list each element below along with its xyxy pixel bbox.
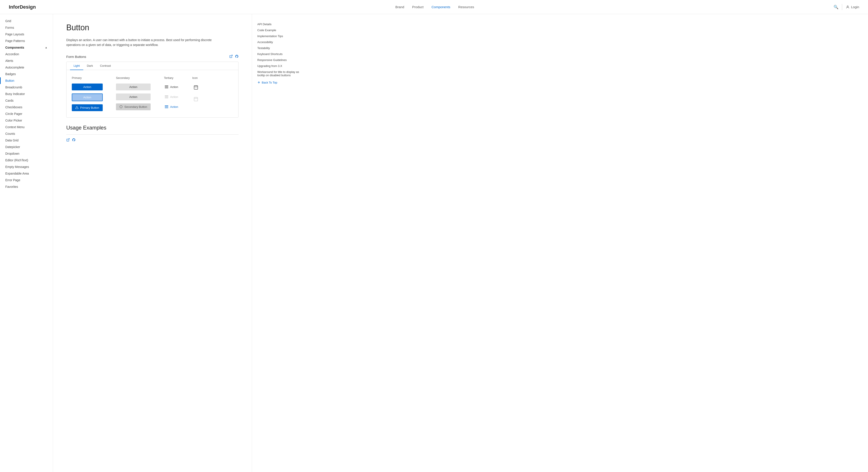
- sidebar-item-data-grid[interactable]: Data Grid: [0, 137, 53, 144]
- page-layout: Grid Forms Page Layouts Page Patterns Co…: [0, 14, 868, 472]
- page-description: Displays an action. A user can interact …: [66, 37, 216, 48]
- button-columns: Primary Action Action Primary Button: [72, 76, 233, 111]
- tertiary-label-text: Action: [170, 85, 178, 89]
- nav-brand[interactable]: Brand: [395, 5, 404, 9]
- info-icon: [120, 105, 123, 108]
- external-link-icon[interactable]: [229, 55, 233, 59]
- toc-implementation-tips[interactable]: Implementation Tips: [257, 33, 304, 39]
- sidebar-item-counts[interactable]: Counts: [0, 130, 53, 137]
- tertiary-active-label: Action: [170, 105, 178, 109]
- sidebar: Grid Forms Page Layouts Page Patterns Co…: [0, 14, 53, 472]
- secondary-action-button[interactable]: Action: [116, 84, 151, 90]
- sidebar-item-alerts[interactable]: Alerts: [0, 57, 53, 64]
- sidebar-item-circle-pager[interactable]: Circle Pager: [0, 111, 53, 117]
- toc-workaround[interactable]: Workaround for title to display as toolt…: [257, 69, 304, 78]
- tab-light[interactable]: Light: [70, 62, 83, 70]
- usage-title: Usage Examples: [66, 125, 239, 131]
- secondary-column: Secondary Action Action Secondary Button: [116, 76, 151, 110]
- primary-label: Primary: [72, 76, 103, 80]
- tertiary-disabled-button: Action: [164, 93, 179, 100]
- usage-external-link-icon[interactable]: [66, 138, 70, 143]
- login-label: Login: [851, 5, 859, 9]
- sidebar-item-color-picker[interactable]: Color Picker: [0, 117, 53, 124]
- tertiary-label: Tertiary: [164, 76, 179, 80]
- toc-keyboard-shortcuts[interactable]: Keyboard Shortcuts: [257, 51, 304, 57]
- toc-testability[interactable]: Testability: [257, 45, 304, 51]
- tertiary-active-button[interactable]: Action: [164, 104, 179, 110]
- sidebar-item-forms[interactable]: Forms: [0, 24, 53, 31]
- form-buttons-title: Form Buttons: [66, 55, 86, 59]
- page-title: Button: [66, 23, 239, 32]
- nav-product[interactable]: Product: [412, 5, 424, 9]
- secondary-label: Secondary: [116, 76, 151, 80]
- hamburger-icon-disabled: [165, 95, 168, 98]
- secondary-icon-button[interactable]: Secondary Button: [116, 104, 151, 110]
- sidebar-item-autocomplete[interactable]: Autocomplete: [0, 64, 53, 71]
- sidebar-item-expandable-area[interactable]: Expandable Area: [0, 170, 53, 177]
- sidebar-item-badges[interactable]: Badges: [0, 71, 53, 77]
- header: InforDesign Brand Product Components Res…: [0, 0, 868, 14]
- primary-icon-label: Primary Button: [80, 106, 99, 109]
- warning-icon: [75, 106, 79, 109]
- svg-rect-7: [194, 86, 198, 89]
- usage-action-icons: [66, 138, 75, 143]
- tertiary-disabled-label: Action: [170, 95, 178, 98]
- sidebar-item-datepicker[interactable]: Datepicker: [0, 144, 53, 150]
- tab-dark[interactable]: Dark: [83, 62, 96, 70]
- toc-accessibility[interactable]: Accessibility: [257, 39, 304, 45]
- sidebar-item-error-page[interactable]: Error Page: [0, 177, 53, 183]
- form-buttons-header: Form Buttons: [66, 55, 239, 59]
- secondary-action-button-2[interactable]: Action: [116, 93, 151, 100]
- sidebar-item-page-patterns[interactable]: Page Patterns: [0, 37, 53, 44]
- sidebar-item-empty-messages[interactable]: Empty Messages: [0, 164, 53, 170]
- arrow-up-icon: [257, 81, 260, 84]
- back-to-top[interactable]: Back To Top: [257, 81, 304, 84]
- tab-contrast[interactable]: Contrast: [96, 62, 115, 70]
- sidebar-item-checkboxes[interactable]: Checkboxes: [0, 104, 53, 111]
- svg-rect-11: [194, 97, 198, 101]
- sidebar-item-dropdown[interactable]: Dropdown: [0, 150, 53, 157]
- search-icon[interactable]: 🔍: [834, 5, 838, 9]
- toc-responsive-guidelines[interactable]: Responsive Guidelines: [257, 57, 304, 63]
- sidebar-section-label: Components: [5, 46, 24, 49]
- sidebar-item-grid[interactable]: Grid: [0, 18, 53, 24]
- icon-column: Icon: [192, 76, 200, 104]
- sidebar-item-button[interactable]: Button: [0, 77, 53, 84]
- form-buttons-box: Light Dark Contrast Primary Action Actio…: [66, 62, 239, 118]
- nav-resources[interactable]: Resources: [458, 5, 474, 9]
- tertiary-action-button[interactable]: Action: [164, 84, 179, 90]
- component-content: Primary Action Action Primary Button: [66, 70, 238, 117]
- sidebar-item-editor[interactable]: Editor (RichText): [0, 157, 53, 164]
- sidebar-item-busy-indicator[interactable]: Busy Indicator: [0, 91, 53, 97]
- toc-api-details[interactable]: API Details: [257, 21, 304, 27]
- sidebar-item-accordion[interactable]: Accordion: [0, 51, 53, 57]
- secondary-icon-label: Secondary Button: [124, 105, 147, 109]
- logo-bold: Design: [20, 4, 36, 10]
- logo[interactable]: InforDesign: [9, 4, 36, 10]
- sidebar-item-favorites[interactable]: Favorites: [0, 183, 53, 190]
- svg-line-15: [68, 139, 69, 140]
- sidebar-item-cards[interactable]: Cards: [0, 97, 53, 104]
- sidebar-item-breadcrumb[interactable]: Breadcrumb: [0, 84, 53, 91]
- usage-github-icon[interactable]: [72, 138, 75, 143]
- primary-busy-button[interactable]: Action: [72, 93, 103, 101]
- primary-action-button[interactable]: Action: [72, 84, 103, 90]
- main-content: Button Displays an action. A user can in…: [53, 14, 252, 472]
- sidebar-item-page-layouts[interactable]: Page Layouts: [0, 31, 53, 37]
- sidebar-section-components[interactable]: Components ▲: [0, 44, 53, 51]
- github-icon[interactable]: [235, 55, 239, 59]
- header-right: 🔍 Login: [834, 4, 859, 10]
- login-button[interactable]: Login: [846, 5, 859, 9]
- icon-calendar-disabled-button: [192, 95, 200, 104]
- toc-sidebar: API Details Code Example Implementation …: [252, 14, 309, 472]
- sidebar-item-context-menu[interactable]: Context Menu: [0, 124, 53, 130]
- nav-components[interactable]: Components: [432, 5, 451, 9]
- primary-icon-button[interactable]: Primary Button: [72, 104, 103, 111]
- toc-code-example[interactable]: Code Example: [257, 27, 304, 33]
- icon-calendar-button[interactable]: [192, 84, 200, 92]
- toc-upgrading[interactable]: Upgrading from 3.X: [257, 63, 304, 69]
- calendar-icon: [193, 85, 198, 90]
- hamburger-icon-active: [165, 106, 168, 108]
- svg-line-1: [231, 55, 232, 57]
- primary-column: Primary Action Action Primary Button: [72, 76, 103, 111]
